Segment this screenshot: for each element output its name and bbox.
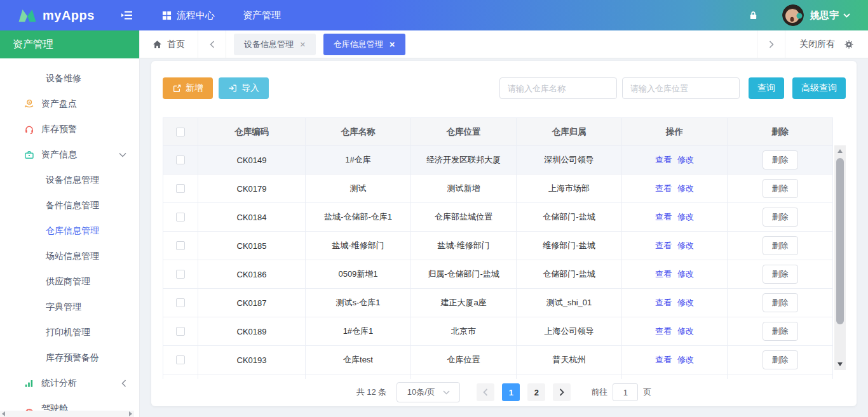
row-checkbox[interactable] bbox=[176, 355, 185, 364]
sidebar-item-station-info-mgmt[interactable]: 场站信息管理 bbox=[0, 244, 139, 269]
view-link[interactable]: 查看 bbox=[655, 354, 672, 366]
cell-location: 北京市 bbox=[411, 317, 517, 345]
select-all-checkbox[interactable] bbox=[176, 128, 185, 136]
sidebar-item-stock-warning[interactable]: 库存预警 bbox=[0, 117, 139, 142]
prev-page-button[interactable] bbox=[477, 383, 494, 401]
delete-button[interactable]: 删除 bbox=[763, 150, 798, 169]
tab-warehouse-info-mgmt[interactable]: 仓库信息管理 × bbox=[323, 34, 405, 55]
edit-link[interactable]: 修改 bbox=[677, 297, 694, 308]
delete-button[interactable]: 删除 bbox=[763, 208, 798, 227]
tab-scroll-forward[interactable] bbox=[757, 30, 785, 58]
view-link[interactable]: 查看 bbox=[655, 183, 672, 194]
close-all-tabs[interactable]: 关闭所有 bbox=[785, 30, 868, 58]
view-link[interactable]: 查看 bbox=[655, 326, 672, 337]
apps-grid-icon bbox=[162, 11, 172, 20]
edit-link[interactable]: 修改 bbox=[677, 268, 694, 280]
view-link[interactable]: 查看 bbox=[655, 240, 672, 251]
chevron-right-icon bbox=[769, 41, 774, 48]
row-checkbox[interactable] bbox=[176, 270, 185, 279]
total-count: 共 12 条 bbox=[356, 387, 387, 398]
close-icon[interactable]: × bbox=[390, 39, 395, 49]
warehouse-location-input[interactable] bbox=[622, 77, 740, 99]
sidebar-item-stock-warning-backup[interactable]: 库存预警备份 bbox=[0, 345, 139, 371]
cell-location: 仓库部盐城位置 bbox=[411, 203, 517, 231]
scroll-up-icon[interactable] bbox=[837, 149, 843, 153]
topnav-label: 流程中心 bbox=[177, 10, 215, 22]
scroll-down-icon[interactable] bbox=[837, 362, 843, 366]
delete-button[interactable]: 删除 bbox=[763, 350, 798, 369]
edit-link[interactable]: 修改 bbox=[677, 326, 694, 337]
warehouse-name-input[interactable] bbox=[499, 77, 617, 99]
table-row: CK0187 测试s-仓库1 建正大厦a座 测试_shi_01 查看修改 删除 bbox=[163, 289, 832, 317]
sidebar-item-statistics[interactable]: 统计分析 bbox=[0, 371, 139, 396]
row-checkbox[interactable] bbox=[176, 241, 185, 250]
cell-code: CK0193 bbox=[198, 346, 306, 374]
pagination: 共 12 条 10条/页 1 2 前往 页 bbox=[151, 381, 857, 403]
sidebar-item-warehouse-info-mgmt[interactable]: 仓库信息管理 bbox=[0, 218, 139, 244]
view-link[interactable]: 查看 bbox=[655, 268, 672, 280]
edit-link[interactable]: 修改 bbox=[677, 183, 694, 194]
close-icon[interactable]: × bbox=[300, 39, 306, 49]
tab-device-info-mgmt[interactable]: 设备信息管理 × bbox=[234, 34, 316, 55]
table-row: CK0179 测试 测试新增 上海市场部 查看修改 删除 bbox=[163, 175, 832, 203]
edit-link[interactable]: 修改 bbox=[677, 240, 694, 251]
toolbar: 新增 导入 查询 高级查询 bbox=[163, 77, 846, 99]
view-link[interactable]: 查看 bbox=[655, 211, 672, 223]
row-checkbox[interactable] bbox=[176, 184, 185, 193]
edit-link[interactable]: 修改 bbox=[677, 154, 694, 166]
coin-hand-icon bbox=[24, 99, 34, 109]
sidebar-item-device-info-mgmt[interactable]: 设备信息管理 bbox=[0, 168, 139, 193]
gear-icon[interactable] bbox=[844, 39, 854, 50]
row-checkbox[interactable] bbox=[176, 213, 185, 222]
query-button[interactable]: 查询 bbox=[749, 77, 784, 99]
sidebar-item-dictionary-mgmt[interactable]: 字典管理 bbox=[0, 295, 139, 320]
row-checkbox[interactable] bbox=[176, 298, 185, 307]
menu-fold-icon[interactable] bbox=[121, 10, 133, 20]
sidebar-title: 资产管理 bbox=[0, 30, 139, 58]
app-logo[interactable]: myApps bbox=[18, 8, 95, 23]
column-header: 仓库归属 bbox=[517, 118, 622, 145]
tab-scroll-back[interactable] bbox=[198, 30, 226, 58]
avatar[interactable] bbox=[782, 4, 804, 26]
sidebar: 资产管理 设备维修 资产盘点 bbox=[0, 30, 140, 417]
add-button[interactable]: 新增 bbox=[163, 77, 213, 99]
delete-button[interactable]: 删除 bbox=[763, 236, 798, 255]
goto-page-input[interactable] bbox=[613, 383, 638, 401]
delete-button[interactable]: 删除 bbox=[763, 293, 798, 312]
topnav-asset-management[interactable]: 资产管理 bbox=[243, 10, 281, 22]
edit-link[interactable]: 修改 bbox=[677, 354, 694, 366]
sidebar-item-asset-inventory[interactable]: 资产盘点 bbox=[0, 91, 139, 117]
cell-name: 1#仓库 bbox=[306, 146, 411, 174]
topnav-process-center[interactable]: 流程中心 bbox=[162, 10, 215, 22]
cell-owner: 上海公司领导 bbox=[517, 317, 622, 345]
cell-location: 仓库位置 bbox=[411, 346, 517, 374]
table-vertical-scrollbar[interactable] bbox=[834, 145, 846, 370]
view-link[interactable]: 查看 bbox=[655, 297, 672, 308]
view-link[interactable]: 查看 bbox=[655, 154, 672, 166]
cell-location: 建正大厦a座 bbox=[411, 289, 517, 317]
scroll-left-icon[interactable] bbox=[2, 411, 5, 416]
advanced-query-button[interactable]: 高级查询 bbox=[792, 77, 846, 99]
sidebar-item-supplier-mgmt[interactable]: 供应商管理 bbox=[0, 269, 139, 295]
lock-icon[interactable] bbox=[749, 10, 758, 20]
sidebar-item-device-repair[interactable]: 设备维修 bbox=[0, 66, 139, 91]
user-menu[interactable]: 姚思宇 bbox=[810, 10, 850, 22]
row-checkbox[interactable] bbox=[176, 327, 185, 336]
delete-button[interactable]: 删除 bbox=[763, 265, 798, 284]
edit-link[interactable]: 修改 bbox=[677, 211, 694, 223]
scroll-right-icon[interactable] bbox=[129, 411, 132, 416]
sidebar-horizontal-scrollbar[interactable] bbox=[0, 411, 134, 417]
page-button-2[interactable]: 2 bbox=[527, 383, 545, 401]
next-page-button[interactable] bbox=[553, 383, 571, 401]
page-button-1[interactable]: 1 bbox=[502, 383, 520, 401]
page-size-select[interactable]: 10条/页 bbox=[397, 382, 460, 402]
tab-home[interactable]: 首页 bbox=[140, 30, 198, 58]
delete-button[interactable]: 删除 bbox=[763, 179, 798, 198]
sidebar-item-asset-info[interactable]: 资产信息 bbox=[0, 142, 139, 168]
sidebar-item-spare-parts-mgmt[interactable]: 备件信息管理 bbox=[0, 193, 139, 218]
sidebar-item-printer-mgmt[interactable]: 打印机管理 bbox=[0, 320, 139, 345]
delete-button[interactable]: 删除 bbox=[763, 322, 798, 341]
row-checkbox[interactable] bbox=[176, 156, 185, 164]
import-button[interactable]: 导入 bbox=[219, 77, 269, 99]
scrollbar-thumb[interactable] bbox=[836, 158, 844, 324]
